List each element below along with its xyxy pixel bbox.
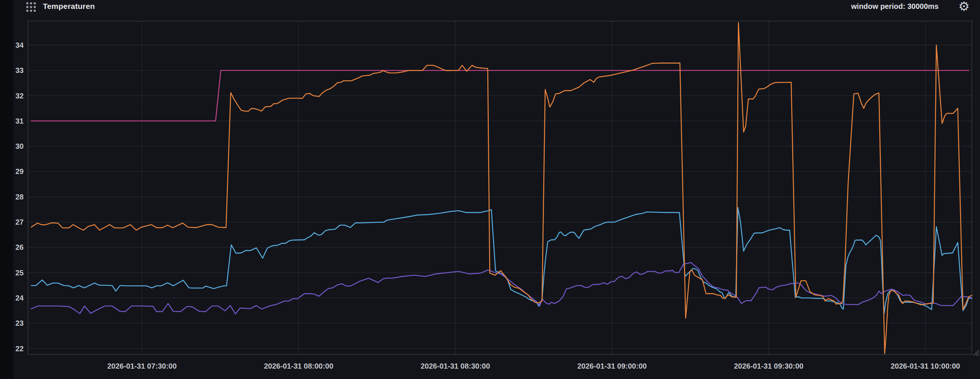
- drag-handle-dots-icon[interactable]: [26, 2, 36, 12]
- panel-background: [13, 0, 980, 379]
- y-tick-label: 31: [16, 117, 24, 125]
- y-tick-label: 33: [16, 66, 24, 74]
- y-tick-label: 25: [16, 269, 24, 277]
- panel-title[interactable]: Temperaturen: [43, 2, 95, 11]
- y-tick-label: 30: [16, 142, 24, 150]
- time-series-chart[interactable]: 222324252627282930313233342026-01-31 07:…: [0, 0, 980, 379]
- gear-icon[interactable]: ⚙: [959, 0, 970, 14]
- y-tick-label: 26: [16, 243, 24, 251]
- y-tick-label: 28: [16, 193, 24, 201]
- window-period-label: window period: 30000ms: [851, 2, 939, 11]
- y-tick-label: 32: [16, 92, 24, 100]
- y-tick-label: 22: [16, 345, 24, 353]
- x-tick-label: 2026-01-31 07:30:00: [107, 362, 177, 370]
- y-tick-label: 27: [16, 218, 24, 226]
- x-tick-label: 2026-01-31 08:00:00: [264, 362, 333, 370]
- resize-corner-icon[interactable]: [973, 349, 979, 356]
- y-tick-label: 23: [16, 319, 24, 327]
- y-tick-label: 34: [16, 41, 24, 49]
- x-tick-label: 2026-01-31 09:00:00: [577, 362, 647, 370]
- x-tick-label: 2026-01-31 10:00:00: [891, 362, 960, 370]
- panel-header: Temperaturen window period: 30000ms ⚙: [13, 0, 980, 14]
- dashboard-stage: 222324252627282930313233342026-01-31 07:…: [0, 0, 980, 379]
- y-tick-label: 29: [16, 167, 24, 176]
- x-tick-label: 2026-01-31 09:30:00: [734, 362, 803, 370]
- x-tick-label: 2026-01-31 08:30:00: [420, 362, 490, 370]
- y-tick-label: 24: [16, 294, 24, 302]
